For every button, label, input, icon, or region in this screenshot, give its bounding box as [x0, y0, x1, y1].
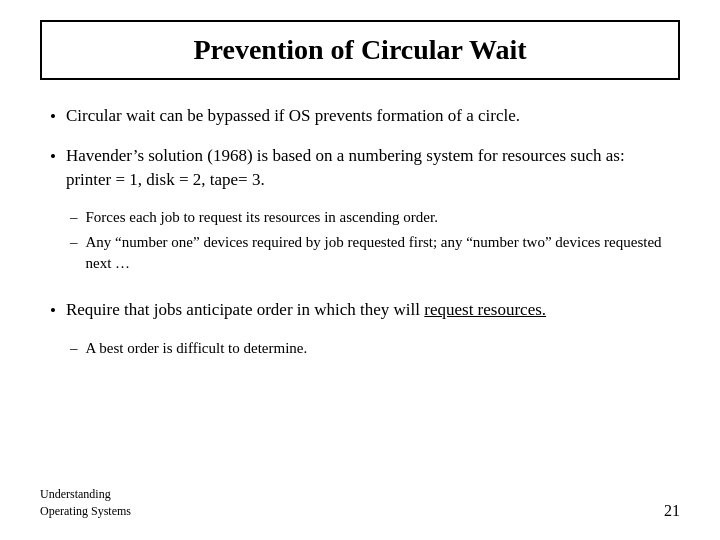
footer-line2: Operating Systems — [40, 503, 131, 520]
bullet-text-3: Require that jobs anticipate order in wh… — [66, 298, 670, 323]
bullet-text-3-normal: Require that jobs anticipate order in wh… — [66, 300, 424, 319]
bullet-dot-2: • — [50, 145, 56, 170]
spacer — [50, 284, 670, 298]
bullet-text-1: Circular wait can be bypassed if OS prev… — [66, 104, 670, 129]
sub-bullet-dash-2-2: – — [70, 232, 78, 253]
slide-content: • Circular wait can be bypassed if OS pr… — [40, 104, 680, 478]
sub-bullet-dash-3-1: – — [70, 338, 78, 359]
footer-left: Understanding Operating Systems — [40, 486, 131, 520]
bullet-item-1: • Circular wait can be bypassed if OS pr… — [50, 104, 670, 130]
footer-page-number: 21 — [664, 502, 680, 520]
sub-bullet-dash-2-1: – — [70, 207, 78, 228]
sub-bullets-2: – Forces each job to request its resourc… — [70, 207, 670, 274]
bullet-item-3: • Require that jobs anticipate order in … — [50, 298, 670, 324]
slide: Prevention of Circular Wait • Circular w… — [0, 0, 720, 540]
bullet-item-2: • Havender’s solution (1968) is based on… — [50, 144, 670, 193]
bullet-dot-3: • — [50, 299, 56, 324]
bullet-text-2: Havender’s solution (1968) is based on a… — [66, 144, 670, 193]
sub-bullet-item-3-1: – A best order is difficult to determine… — [70, 338, 670, 359]
bullet-dot-1: • — [50, 105, 56, 130]
slide-footer: Understanding Operating Systems 21 — [40, 478, 680, 520]
bullet-text-3-underline: request resources. — [424, 300, 546, 319]
sub-bullet-text-3-1: A best order is difficult to determine. — [86, 338, 671, 359]
sub-bullet-item-2-2: – Any “number one” devices required by j… — [70, 232, 670, 274]
sub-bullets-3: – A best order is difficult to determine… — [70, 338, 670, 359]
sub-bullet-item-2-1: – Forces each job to request its resourc… — [70, 207, 670, 228]
footer-line1: Understanding — [40, 486, 131, 503]
title-box: Prevention of Circular Wait — [40, 20, 680, 80]
sub-bullet-text-2-2: Any “number one” devices required by job… — [86, 232, 671, 274]
slide-title: Prevention of Circular Wait — [193, 34, 526, 65]
sub-bullet-text-2-1: Forces each job to request its resources… — [86, 207, 671, 228]
